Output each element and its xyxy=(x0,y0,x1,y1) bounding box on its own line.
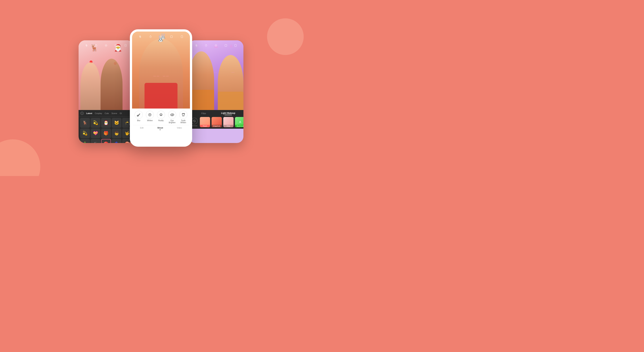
left-whiskers: ~ ~ xyxy=(214,72,217,74)
right-ratio-3-4-icon[interactable] xyxy=(233,43,238,48)
beauty-icons-row: Blur Whiten xyxy=(133,111,189,124)
tooth-whiten-label: ToothWhiten xyxy=(180,120,186,124)
sticker-0[interactable]: 🦌 xyxy=(80,118,90,128)
sticker-8[interactable]: 👦 xyxy=(112,129,122,138)
sticker-12-selected[interactable]: 🔴 xyxy=(101,139,111,143)
right-circle-icon[interactable] xyxy=(214,43,218,48)
whiten-label: Whiten xyxy=(147,120,153,122)
right-phone-screen: △ △ △ ~ ~ ~ ~ xyxy=(188,40,244,143)
svg-rect-17 xyxy=(181,36,182,38)
sticker-7[interactable]: 🎁 xyxy=(101,129,111,138)
svg-point-3 xyxy=(105,45,107,47)
left-photo-area: 🦌 🎅 xyxy=(78,40,134,110)
center-photo-area: 🐰 🐰 — — — — xyxy=(132,32,190,109)
eye-brighten-icon xyxy=(168,111,176,119)
tab-edit[interactable]: Edit xyxy=(140,127,144,130)
svg-line-10 xyxy=(82,113,83,114)
sticker-11[interactable]: 🎩 ↓ xyxy=(91,139,100,143)
svg-rect-16 xyxy=(170,36,172,38)
filter-row: Remove Peach xyxy=(188,116,244,129)
center-phone-wrapper: 🐰 🐰 — — — — xyxy=(134,29,188,147)
tab-cosplay[interactable]: Cosplay xyxy=(94,112,103,115)
left-toolbar: 1:1 3:4 xyxy=(78,40,134,51)
tab-latest[interactable]: Latest xyxy=(85,112,93,115)
ratio-3-4-icon[interactable]: 3:4 xyxy=(123,43,128,48)
right-photo-area: △ △ △ ~ ~ ~ ~ xyxy=(188,40,244,110)
center-ratio-3-4-icon[interactable] xyxy=(179,34,184,39)
ruddy-icon xyxy=(157,111,165,119)
boyfriend-label: Boyfriend xyxy=(235,125,244,127)
svg-point-21 xyxy=(160,115,161,115)
flash-off-icon[interactable] xyxy=(84,43,89,48)
beauty-item-whiten[interactable]: Whiten xyxy=(146,111,154,124)
timer-icon[interactable] xyxy=(94,43,99,48)
right-bottom-panel: Filter Light Makeup xyxy=(188,110,244,129)
active-underline xyxy=(224,115,232,115)
svg-rect-31 xyxy=(235,44,236,47)
ratio-1-1-icon[interactable]: 1:1 xyxy=(114,43,118,48)
svg-point-23 xyxy=(172,114,173,115)
remove-label: Remove xyxy=(191,125,198,127)
svg-point-29 xyxy=(216,45,216,46)
tab-cute[interactable]: Cute xyxy=(104,112,110,115)
svg-point-28 xyxy=(215,45,217,47)
clear-label: Clear xyxy=(223,125,234,127)
svg-text:3:4: 3:4 xyxy=(125,45,126,46)
grapefruit-label: Grapefruit xyxy=(212,125,222,127)
right-ratio-1-1-icon[interactable] xyxy=(223,43,228,48)
svg-point-15 xyxy=(161,36,161,37)
stickers-grid: 🦌 💫 🎅 🐱 🥷 ↓ xyxy=(78,117,134,143)
tab-video[interactable]: Video xyxy=(177,127,182,130)
beauty-item-tooth-whiten[interactable]: ToothWhiten xyxy=(179,111,188,124)
beauty-item-blur[interactable]: Blur xyxy=(134,111,143,124)
sticker-10[interactable]: 🎄 xyxy=(80,139,90,143)
sticker-3[interactable]: 🐱 xyxy=(112,118,122,128)
sticker-2[interactable]: 🎅 xyxy=(101,118,111,128)
svg-point-4 xyxy=(106,45,106,46)
svg-line-27 xyxy=(206,45,206,46)
center-ratio-1-1-icon[interactable] xyxy=(169,34,174,39)
no-filter-button[interactable] xyxy=(80,112,84,115)
center-phone-screen: 🐰 🐰 — — — — xyxy=(132,32,190,144)
beauty-item-eye-brighten[interactable]: EyeBrighten xyxy=(168,111,176,124)
center-flash-icon[interactable] xyxy=(138,34,143,39)
right-flash-icon[interactable] xyxy=(194,43,199,48)
svg-point-19 xyxy=(148,114,151,116)
filter-clear[interactable]: Clear xyxy=(223,117,234,127)
filter-peach[interactable]: Peach xyxy=(200,117,210,127)
filter-boyfriend[interactable]: Boyfriend xyxy=(235,117,244,127)
tab-light-makeup[interactable]: Light Makeup xyxy=(216,112,240,115)
filter-grapefruit[interactable]: Grapefruit xyxy=(212,117,222,127)
sticker-13[interactable]: 🧙 ↓ xyxy=(112,139,122,143)
right-toolbar xyxy=(188,40,244,51)
sticker-1[interactable]: 💫 xyxy=(91,118,100,128)
tab-filter[interactable]: Filter xyxy=(192,112,216,115)
tab-shoot[interactable]: Shoot xyxy=(157,127,163,130)
tab-gl[interactable]: Gl xyxy=(119,112,123,115)
svg-line-33 xyxy=(194,120,196,122)
circle-icon[interactable] xyxy=(104,43,108,48)
right-timer-icon[interactable] xyxy=(204,43,208,48)
makeup-header: Filter Light Makeup xyxy=(188,110,244,116)
center-timer-icon[interactable] xyxy=(148,34,153,39)
phones-container: 🦌 🎅 xyxy=(0,0,322,176)
tooth-icon xyxy=(179,111,188,119)
nav-tabs: Edit Shoot Video xyxy=(133,125,189,131)
blur-icon xyxy=(134,111,143,119)
svg-text:1:1: 1:1 xyxy=(115,45,116,46)
tab-scene[interactable]: Scene xyxy=(110,112,118,115)
filter-tabs: Latest Cosplay Cute Scene Gl xyxy=(78,110,134,117)
svg-point-34 xyxy=(240,121,240,122)
ruddy-label: Ruddy xyxy=(158,120,164,122)
left-bottom-panel: Latest Cosplay Cute Scene Gl 🦌 💫 xyxy=(78,110,134,143)
beauty-item-ruddy[interactable]: Ruddy xyxy=(157,111,165,124)
right-whiskers: ~ ~ xyxy=(232,72,234,74)
sticker-5[interactable]: 💫 xyxy=(80,129,90,138)
center-circle-icon[interactable] xyxy=(158,34,164,39)
right-phone-wrapper: △ △ △ ~ ~ ~ ~ xyxy=(188,33,244,143)
left-phone-screen: 🦌 🎅 xyxy=(78,40,134,143)
svg-rect-30 xyxy=(225,45,227,47)
sticker-6[interactable]: 💝 xyxy=(91,129,100,138)
peach-label: Peach xyxy=(200,125,210,127)
center-phone: 🐰 🐰 — — — — xyxy=(130,29,192,147)
